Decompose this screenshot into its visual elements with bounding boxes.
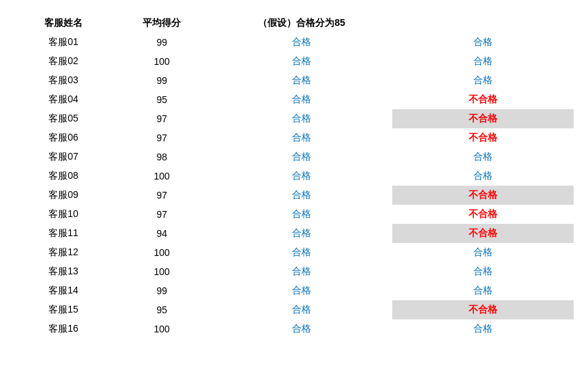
cell-result-98: 合格 (392, 281, 574, 300)
cell-result-98: 不合格 (392, 205, 574, 224)
cell-result-98: 合格 (392, 319, 574, 339)
cell-result-85: 合格 (211, 262, 392, 281)
table-row: 客服1194合格不合格 (14, 224, 574, 243)
cell-score: 95 (113, 300, 211, 319)
cell-name: 客服15 (14, 300, 113, 319)
cell-result-98: 不合格 (392, 128, 574, 147)
cell-name: 客服06 (14, 128, 113, 147)
cell-result-85: 合格 (211, 109, 392, 128)
table-row: 客服1097合格不合格 (14, 205, 574, 224)
cell-result-85: 合格 (211, 167, 392, 186)
cell-score: 99 (113, 33, 211, 52)
table-row: 客服0597合格不合格 (14, 109, 574, 128)
cell-score: 97 (113, 128, 211, 147)
cell-name: 客服05 (14, 109, 113, 128)
cell-score: 99 (113, 71, 211, 90)
cell-name: 客服04 (14, 90, 113, 109)
cell-result-85: 合格 (211, 281, 392, 300)
header-98: （假设）合格分为98 (392, 14, 574, 33)
cell-score: 95 (113, 90, 211, 109)
main-table-container: 客服姓名 平均得分 （假设）合格分为85 （假设）合格分为98 客服0199合格… (14, 14, 574, 339)
table-row: 客服0495合格不合格 (14, 90, 574, 109)
data-table: 客服姓名 平均得分 （假设）合格分为85 （假设）合格分为98 客服0199合格… (14, 14, 574, 339)
table-row: 客服08100合格合格 (14, 167, 574, 186)
cell-result-85: 合格 (211, 33, 392, 52)
cell-result-98: 合格 (392, 147, 574, 167)
cell-result-85: 合格 (211, 71, 392, 90)
cell-result-98: 不合格 (392, 90, 574, 109)
table-row: 客服0199合格合格 (14, 33, 574, 52)
table-row: 客服0399合格合格 (14, 71, 574, 90)
table-row: 客服0997合格不合格 (14, 186, 574, 205)
cell-result-85: 合格 (211, 224, 392, 243)
cell-name: 客服13 (14, 262, 113, 281)
cell-result-98: 不合格 (392, 109, 574, 128)
cell-result-85: 合格 (211, 319, 392, 339)
cell-result-98: 合格 (392, 243, 574, 262)
cell-result-98: 不合格 (392, 224, 574, 243)
table-row: 客服12100合格合格 (14, 243, 574, 262)
cell-name: 客服11 (14, 224, 113, 243)
cell-name: 客服16 (14, 319, 113, 339)
cell-score: 100 (113, 167, 211, 186)
table-row: 客服0798合格合格 (14, 147, 574, 167)
table-row: 客服0697合格不合格 (14, 128, 574, 147)
cell-result-85: 合格 (211, 205, 392, 224)
cell-score: 97 (113, 186, 211, 205)
cell-result-85: 合格 (211, 90, 392, 109)
cell-score: 99 (113, 281, 211, 300)
cell-name: 客服09 (14, 186, 113, 205)
cell-score: 100 (113, 262, 211, 281)
cell-name: 客服14 (14, 281, 113, 300)
cell-score: 97 (113, 109, 211, 128)
cell-result-98: 合格 (392, 262, 574, 281)
cell-name: 客服08 (14, 167, 113, 186)
cell-result-85: 合格 (211, 147, 392, 167)
cell-result-98: 合格 (392, 52, 574, 71)
cell-name: 客服10 (14, 205, 113, 224)
cell-result-98: 合格 (392, 71, 574, 90)
cell-result-98: 合格 (392, 167, 574, 186)
cell-name: 客服01 (14, 33, 113, 52)
cell-score: 94 (113, 224, 211, 243)
cell-name: 客服07 (14, 147, 113, 167)
cell-result-98: 合格 (392, 33, 574, 52)
cell-result-85: 合格 (211, 128, 392, 147)
cell-score: 98 (113, 147, 211, 167)
table-row: 客服16100合格合格 (14, 319, 574, 339)
table-row: 客服13100合格合格 (14, 262, 574, 281)
cell-score: 100 (113, 319, 211, 339)
table-row: 客服02100合格合格 (14, 52, 574, 71)
cell-name: 客服12 (14, 243, 113, 262)
header-score: 平均得分 (113, 14, 211, 33)
cell-score: 100 (113, 243, 211, 262)
cell-result-85: 合格 (211, 52, 392, 71)
cell-result-85: 合格 (211, 186, 392, 205)
cell-name: 客服03 (14, 71, 113, 90)
table-row: 客服1595合格不合格 (14, 300, 574, 319)
table-row: 客服1499合格合格 (14, 281, 574, 300)
cell-name: 客服02 (14, 52, 113, 71)
header-85: （假设）合格分为85 (211, 14, 392, 33)
cell-result-85: 合格 (211, 300, 392, 319)
header-name: 客服姓名 (14, 14, 113, 33)
cell-result-98: 不合格 (392, 300, 574, 319)
cell-score: 100 (113, 52, 211, 71)
cell-result-85: 合格 (211, 243, 392, 262)
cell-result-98: 不合格 (392, 186, 574, 205)
cell-score: 97 (113, 205, 211, 224)
